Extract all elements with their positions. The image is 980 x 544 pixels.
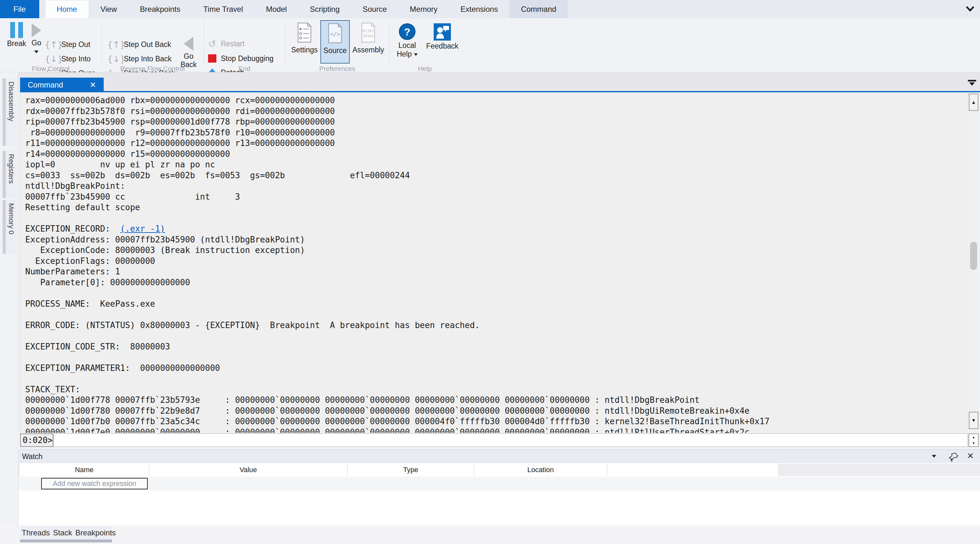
step-out-back-button[interactable]: {↑} Step Out Back — [107, 38, 171, 51]
break-label: Break — [4, 39, 29, 48]
go-back-button[interactable]: Go Back — [177, 37, 200, 69]
console-line: 00007ffb`23b45900 cc int 3 — [25, 191, 969, 203]
menu-item-extensions[interactable]: Extensions — [449, 0, 509, 18]
go-button[interactable]: Go — [27, 19, 45, 64]
assembly-mode-label: Assembly — [350, 46, 386, 54]
column-header-name[interactable]: Name — [20, 464, 149, 476]
pin-icon[interactable] — [949, 451, 959, 462]
stepper-up-icon[interactable]: ▴ — [969, 434, 978, 440]
assembly-mode-button[interactable]: 01101 10101 Assembly — [350, 20, 386, 64]
console-line: PROCESS_NAME: KeePass.exe — [25, 299, 969, 309]
group-preferences: Preferences — [286, 65, 389, 72]
console-line — [25, 288, 969, 299]
feedback-button[interactable]: Feedback — [425, 20, 460, 64]
go-label: Go — [27, 39, 45, 47]
chevron-down-icon — [965, 4, 975, 13]
menu-item-source[interactable]: Source — [351, 0, 398, 18]
scroll-down-button[interactable]: ▼ — [969, 412, 978, 429]
command-output[interactable]: rax=00000000006ad000 rbx=000000000000000… — [20, 93, 969, 433]
add-watch-expression-button[interactable]: Add new watch expression — [41, 478, 148, 490]
console-line: rax=00000000006ad000 rbx=000000000000000… — [25, 95, 969, 106]
column-header-location[interactable]: Location — [474, 464, 607, 476]
console-line: NumberParameters: 1 — [25, 266, 969, 277]
local-help-button[interactable]: ? Local Help — [391, 20, 423, 64]
close-icon[interactable]: ✕ — [90, 80, 96, 89]
sidetab-registers[interactable]: Registers — [3, 151, 17, 198]
console-line: ExceptionAddress: 00007ffb23b45900 (ntdl… — [25, 235, 969, 245]
console-line: Parameter[0]: 0000000000000000 — [25, 277, 969, 288]
ribbon-divider — [285, 21, 286, 65]
menu-item-scripting[interactable]: Scripting — [298, 0, 351, 18]
console-line: r11=0000000000000000 r12=000000000000000… — [25, 138, 969, 149]
group-flow-control: Flow Control — [4, 65, 98, 72]
stop-debugging-button[interactable]: Stop Debugging — [208, 52, 274, 65]
side-tab-strip: Disassembly Registers Memory 0 — [0, 72, 18, 433]
step-out-button[interactable]: {↑} Step Out — [45, 38, 90, 51]
tab-command[interactable]: Command ✕ — [20, 78, 104, 92]
step-into-button[interactable]: {↓} Step Into — [45, 53, 91, 65]
svg-text:</>: </> — [330, 31, 340, 37]
console-line: Resetting default scope — [25, 202, 969, 213]
watch-close-icon[interactable]: ✕ — [967, 451, 974, 461]
menu-item-memory[interactable]: Memory — [398, 0, 449, 18]
restart-button[interactable]: ↺ Restart — [208, 37, 245, 50]
console-line: ntdll!DbgBreakPoint: — [25, 181, 969, 191]
column-header-type[interactable]: Type — [348, 464, 474, 476]
link-breakpoints[interactable]: Breakpoints — [75, 528, 116, 537]
watch-table-header: Name Value Type Location — [19, 464, 980, 476]
document-tab-row: Command ✕ — [18, 72, 980, 92]
step-into-back-button[interactable]: {↓} Step Into Back — [107, 53, 172, 65]
link-threads[interactable]: Threads — [22, 528, 50, 537]
watch-menu-icon[interactable] — [932, 455, 936, 458]
console-line: EXCEPTION_CODE_STR: 80000003 — [25, 341, 969, 353]
menu-item-command[interactable]: Command — [509, 0, 568, 18]
svg-text:10101: 10101 — [363, 34, 374, 38]
console-lines: rax=00000000006ad000 rbx=000000000000000… — [25, 95, 969, 433]
command-prompt-label: 0:020> — [20, 434, 53, 447]
menu-item-view[interactable]: View — [89, 0, 129, 18]
console-line: 00000000`1d00f7e0 00000000`00000000 : 00… — [25, 427, 969, 433]
console-line: ExceptionFlags: 00000000 — [25, 256, 969, 267]
restart-icon: ↺ — [208, 38, 221, 49]
menu-item-model[interactable]: Model — [255, 0, 298, 18]
console-line — [25, 373, 969, 384]
menu-item-file[interactable]: File — [0, 0, 39, 18]
watch-empty-row — [19, 477, 980, 491]
watch-panel: Watch ✕ Name Value Type Location Add new… — [18, 450, 980, 525]
menu-item-breakpoints[interactable]: Breakpoints — [128, 0, 192, 18]
vertical-scrollbar[interactable]: ▲ ▼ — [969, 93, 979, 433]
local-help-dropdown-icon[interactable] — [414, 53, 418, 56]
pause-icon — [9, 22, 25, 38]
command-tab-label: Command — [28, 80, 63, 89]
scroll-up-button[interactable]: ▲ — [969, 94, 978, 111]
settings-button[interactable]: Settings — [289, 20, 320, 64]
break-button[interactable]: Break — [4, 19, 29, 64]
step-out-label: Step Out — [61, 40, 90, 49]
go-dropdown-icon[interactable] — [34, 51, 38, 53]
sidetab-disassembly[interactable]: Disassembly — [3, 78, 17, 146]
console-line — [25, 352, 969, 363]
stepper-down-icon[interactable]: ▾ — [969, 440, 978, 446]
input-stepper[interactable]: ▴▾ — [969, 434, 979, 447]
scrollbar-thumb[interactable] — [970, 242, 977, 270]
step-into-label: Step Into — [61, 54, 91, 63]
source-mode-button[interactable]: </> Source — [320, 20, 350, 64]
console-line: STACK_TEXT: — [25, 384, 969, 395]
source-mode-label: Source — [321, 46, 349, 55]
ribbon-collapse-button[interactable] — [965, 4, 975, 13]
command-input[interactable] — [53, 434, 968, 447]
filter-icon[interactable] — [968, 80, 976, 87]
step-out-icon: {↑} — [45, 40, 61, 49]
menu-item-time-travel[interactable]: Time Travel — [192, 0, 255, 18]
help-icon: ? — [399, 23, 415, 40]
console-line: 00000000`1d00f780 00007ffb`22b9e8d7 : 00… — [25, 406, 969, 416]
column-header-value[interactable]: Value — [150, 464, 347, 476]
menu-item-home[interactable]: Home — [45, 0, 89, 18]
console-line: ExceptionCode: 80000003 (Break instructi… — [25, 245, 969, 256]
ribbon: Break Go {↑} Step Out {↓} Step Into {→} … — [0, 18, 980, 72]
console-line: r8=0000000000000000 r9=00007ffb23b578f0 … — [25, 128, 969, 138]
sidetab-memory-0[interactable]: Memory 0 — [3, 200, 17, 254]
svg-text:01101: 01101 — [363, 29, 374, 33]
exr-link[interactable]: (.exr -1) — [120, 224, 165, 233]
link-stack[interactable]: Stack — [53, 528, 72, 537]
